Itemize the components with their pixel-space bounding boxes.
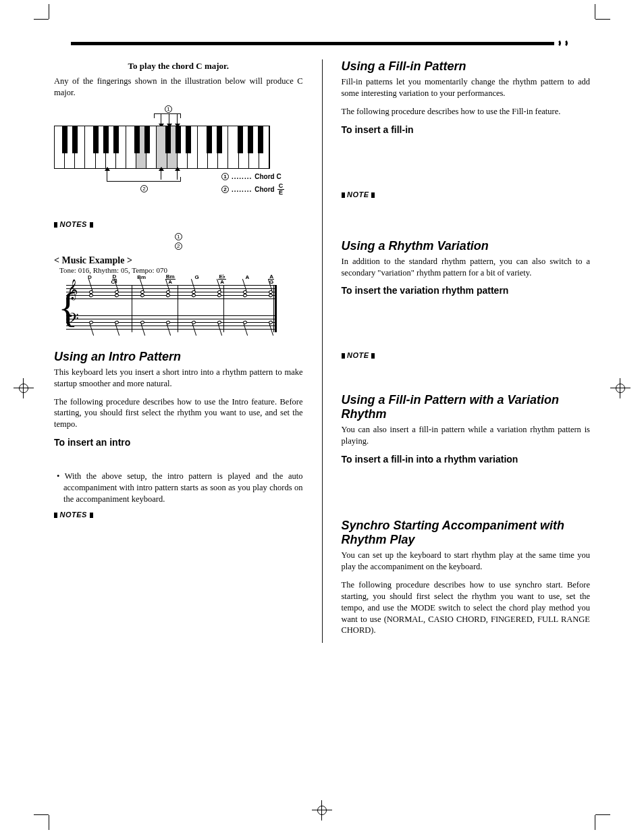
section-heading-variation: Using a Rhythm Variation [342,239,591,253]
section-heading-intro: Using an Intro Pattern [54,350,303,364]
keyboard-diagram: 1 [54,105,303,213]
subheading-insert-intro: To insert an intro [54,437,303,448]
keyboard-icon [54,126,270,169]
section-heading-fillin: Using a Fill-in Pattern [342,59,591,74]
crop-mark [595,814,610,815]
registration-mark-icon [610,378,630,398]
legend-chord-1: Chord C [254,173,281,180]
callout-1: 1 [165,105,172,113]
section-heading-synchro: Synchro Starting Accompaniment with Rhyt… [342,519,591,547]
registration-mark-icon [312,800,332,820]
body-text: In addition to the standard rhythm patte… [342,256,591,279]
crop-mark [34,19,49,20]
pointer-icon [161,113,161,124]
body-text: You can also insert a fill-in pattern wh… [342,424,591,447]
chord-label: G [194,274,198,284]
legend-chord-2-prefix: Chord [254,186,274,193]
note-label: NOTE [342,351,591,359]
crop-mark [49,815,49,830]
crop-mark [34,814,49,815]
content-columns: To play the chord C major. Any of the fi… [54,59,590,643]
column-divider [322,59,323,643]
final-barline-icon [273,285,277,332]
crop-mark [49,4,49,19]
pointer-icon [177,170,178,180]
body-text: Fill-in patterns let you momentarily cha… [342,76,591,99]
chord-label: A [246,274,250,284]
subheading-fillin-into-variation: To insert a fill-in into a rhythm variat… [342,454,591,465]
keyboard-legend: 1 ........ Chord C 2 ........ Chord CE [221,173,284,199]
chord-label: E♭A [218,274,225,284]
header-ornament-icon [554,38,573,50]
pointer-icon [177,113,178,124]
registration-mark-icon [14,378,34,398]
music-example-heading: < Music Example > [54,255,303,266]
marker-1: 1 [54,232,303,240]
example-body: Any of the fingerings shown in the illus… [54,76,303,99]
notes-label: NOTES [54,220,303,228]
note-label: NOTE [342,190,591,199]
crop-mark [595,4,595,19]
header-rule [71,42,573,49]
notes-label: NOTES [54,511,303,519]
crop-mark [595,19,610,20]
right-column: Using a Fill-in Pattern Fill-in patterns… [342,59,591,643]
body-text: You can set up the keyboard to start rhy… [342,550,591,573]
body-text: The following procedure describes how to… [54,396,303,431]
subheading-insert-fillin: To insert a fill-in [342,124,591,135]
page: To play the chord C major. Any of the fi… [0,0,644,834]
legend-chord-2-fraction: CE [277,183,285,196]
body-text: The following procedure describes how to… [342,106,591,118]
example-title: To play the chord C major. [54,61,303,72]
bracket-icon [107,181,181,182]
subheading-insert-variation: To insert the variation rhythm pattern [342,285,591,296]
body-text: The following procedure describes how to… [342,579,591,636]
crop-mark [595,815,595,830]
body-text: This keyboard lets you insert a short in… [54,367,303,390]
left-column: To play the chord C major. Any of the fi… [54,59,303,643]
bullet-text: • With the above setup, the intro patter… [54,471,303,505]
pointer-icon [169,113,169,124]
music-example-settings: Tone: 016, Rhythm: 05, Tempo: 070 [59,266,303,274]
section-heading-fillin-variation: Using a Fill-in Pattern with a Variation… [342,393,591,421]
callout-2: 2 [140,185,148,192]
music-staff: { 𝄞 𝄢 D DC♯ Bm BmA G E♭A A AG [54,278,277,339]
pointer-icon [161,170,161,180]
marker-2: 2 [54,242,303,250]
